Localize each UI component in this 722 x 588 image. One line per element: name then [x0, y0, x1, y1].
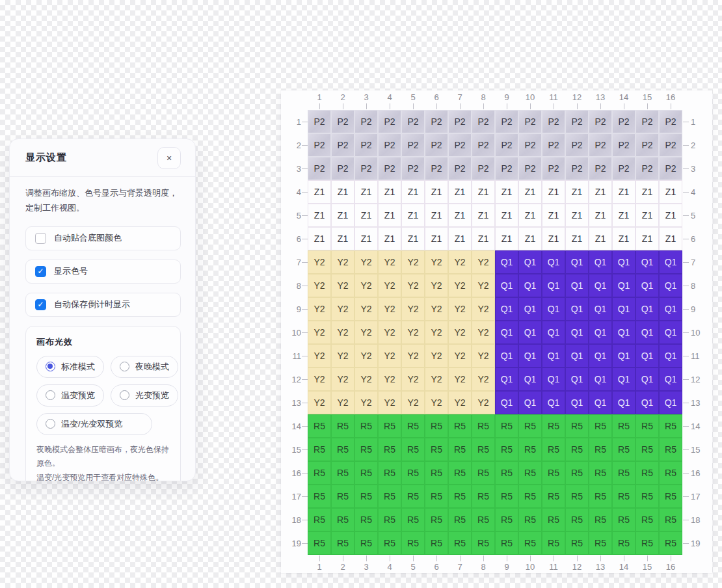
grid-cell[interactable]: P2: [589, 133, 612, 157]
grid-cell[interactable]: Q1: [612, 274, 635, 297]
radio-icon[interactable]: [46, 419, 55, 429]
checkbox-icon[interactable]: ✓: [35, 266, 46, 277]
grid-cell[interactable]: R5: [472, 438, 495, 461]
grid-cell[interactable]: R5: [589, 461, 612, 485]
grid-cell[interactable]: P2: [308, 110, 331, 133]
grid-cell[interactable]: Z1: [612, 227, 635, 250]
grid-cell[interactable]: Q1: [565, 391, 589, 414]
grid-cell[interactable]: Y2: [308, 297, 331, 321]
grid-cell[interactable]: R5: [472, 485, 495, 508]
grid-cell[interactable]: Y2: [354, 274, 378, 297]
grid-cell[interactable]: R5: [542, 438, 565, 461]
grid-cell[interactable]: Z1: [635, 204, 659, 227]
grid-cell[interactable]: R5: [635, 531, 659, 555]
grid-cell[interactable]: Z1: [565, 180, 589, 204]
grid-cell[interactable]: P2: [448, 133, 472, 157]
grid-cell[interactable]: Z1: [308, 180, 331, 204]
grid-cell[interactable]: P2: [472, 133, 495, 157]
grid-cell[interactable]: Y2: [425, 321, 448, 344]
grid-cell[interactable]: P2: [542, 110, 565, 133]
grid-cell[interactable]: Y2: [472, 321, 495, 344]
grid-cell[interactable]: P2: [565, 157, 589, 180]
grid-cell[interactable]: Y2: [448, 274, 472, 297]
grid-cell[interactable]: Q1: [589, 274, 612, 297]
grid-cell[interactable]: Z1: [331, 227, 354, 250]
grid-cell[interactable]: Z1: [495, 227, 518, 250]
grid-cell[interactable]: Q1: [565, 321, 589, 344]
grid-cell[interactable]: Y2: [401, 250, 425, 274]
grid-cell[interactable]: Q1: [518, 250, 542, 274]
grid-cell[interactable]: R5: [425, 461, 448, 485]
grid-cell[interactable]: Q1: [518, 391, 542, 414]
grid-cell[interactable]: Y2: [472, 368, 495, 391]
grid-cell[interactable]: P2: [589, 110, 612, 133]
grid-cell[interactable]: Z1: [542, 180, 565, 204]
grid-cell[interactable]: Y2: [378, 297, 401, 321]
grid-cell[interactable]: R5: [612, 438, 635, 461]
color-grid[interactable]: P2P2P2P2P2P2P2P2P2P2P2P2P2P2P2P2P2P2P2P2…: [308, 110, 682, 555]
grid-cell[interactable]: R5: [612, 414, 635, 438]
grid-cell[interactable]: R5: [401, 485, 425, 508]
grid-cell[interactable]: Q1: [612, 250, 635, 274]
grid-cell[interactable]: P2: [518, 157, 542, 180]
grid-cell[interactable]: Z1: [425, 204, 448, 227]
grid-cell[interactable]: R5: [378, 414, 401, 438]
grid-cell[interactable]: Z1: [589, 204, 612, 227]
grid-cell[interactable]: P2: [635, 133, 659, 157]
grid-cell[interactable]: Q1: [659, 344, 682, 368]
grid-cell[interactable]: R5: [589, 485, 612, 508]
grid-cell[interactable]: Y2: [448, 368, 472, 391]
grid-cell[interactable]: Y2: [308, 391, 331, 414]
grid-cell[interactable]: P2: [331, 110, 354, 133]
grid-cell[interactable]: Z1: [659, 204, 682, 227]
grid-cell[interactable]: R5: [518, 485, 542, 508]
grid-cell[interactable]: Z1: [565, 227, 589, 250]
pixel-canvas[interactable]: P2P2P2P2P2P2P2P2P2P2P2P2P2P2P2P2P2P2P2P2…: [281, 90, 712, 573]
grid-cell[interactable]: P2: [378, 157, 401, 180]
grid-cell[interactable]: Q1: [542, 368, 565, 391]
grid-cell[interactable]: R5: [378, 485, 401, 508]
grid-cell[interactable]: Y2: [448, 297, 472, 321]
grid-cell[interactable]: Y2: [308, 321, 331, 344]
grid-cell[interactable]: Q1: [659, 391, 682, 414]
grid-cell[interactable]: Z1: [472, 227, 495, 250]
grid-cell[interactable]: R5: [331, 485, 354, 508]
grid-cell[interactable]: R5: [612, 508, 635, 531]
grid-cell[interactable]: Z1: [659, 180, 682, 204]
grid-cell[interactable]: R5: [495, 414, 518, 438]
grid-cell[interactable]: R5: [425, 485, 448, 508]
grid-cell[interactable]: R5: [518, 438, 542, 461]
grid-cell[interactable]: Y2: [331, 391, 354, 414]
grid-cell[interactable]: Q1: [495, 321, 518, 344]
grid-cell[interactable]: Z1: [378, 227, 401, 250]
grid-cell[interactable]: Y2: [401, 321, 425, 344]
grid-cell[interactable]: Z1: [331, 204, 354, 227]
grid-cell[interactable]: P2: [354, 157, 378, 180]
grid-cell[interactable]: R5: [472, 531, 495, 555]
grid-cell[interactable]: Q1: [518, 297, 542, 321]
grid-cell[interactable]: Y2: [354, 391, 378, 414]
grid-cell[interactable]: R5: [542, 531, 565, 555]
grid-cell[interactable]: Q1: [659, 274, 682, 297]
grid-cell[interactable]: Y2: [378, 250, 401, 274]
grid-cell[interactable]: Q1: [542, 321, 565, 344]
grid-cell[interactable]: Y2: [472, 344, 495, 368]
grid-cell[interactable]: R5: [565, 485, 589, 508]
grid-cell[interactable]: R5: [308, 485, 331, 508]
grid-cell[interactable]: Y2: [308, 368, 331, 391]
checkbox-row-show-color-codes[interactable]: ✓ 显示色号: [25, 260, 181, 284]
grid-cell[interactable]: P2: [401, 110, 425, 133]
grid-cell[interactable]: Y2: [425, 344, 448, 368]
grid-cell[interactable]: P2: [518, 110, 542, 133]
grid-cell[interactable]: R5: [448, 461, 472, 485]
grid-cell[interactable]: P2: [472, 110, 495, 133]
grid-cell[interactable]: R5: [331, 531, 354, 555]
grid-cell[interactable]: Q1: [518, 368, 542, 391]
radio-standard-mode[interactable]: 标准模式: [36, 356, 104, 378]
grid-cell[interactable]: P2: [659, 133, 682, 157]
grid-cell[interactable]: P2: [542, 157, 565, 180]
grid-cell[interactable]: Q1: [635, 368, 659, 391]
grid-cell[interactable]: R5: [495, 461, 518, 485]
grid-cell[interactable]: Q1: [612, 297, 635, 321]
grid-cell[interactable]: Q1: [542, 344, 565, 368]
